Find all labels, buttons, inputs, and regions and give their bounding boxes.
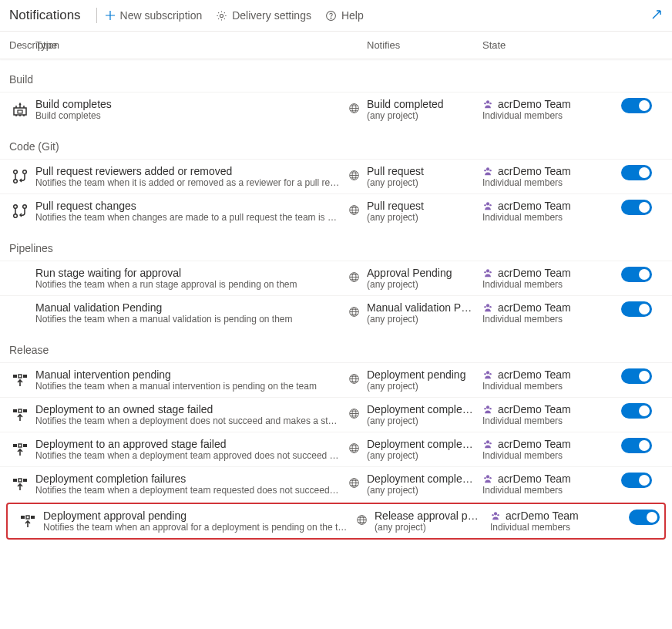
team-name: acrDemo Team — [498, 267, 571, 279]
plus-icon — [105, 10, 116, 21]
description-cell: Manual validation Pending Notifies the t… — [35, 301, 367, 325]
help-icon — [325, 10, 337, 22]
state-cell — [621, 403, 667, 419]
team-name: acrDemo Team — [498, 368, 571, 381]
notify-title: acrDemo Team — [482, 165, 621, 177]
type-title: Build completed — [367, 98, 475, 110]
header-description[interactable]: Description — [5, 39, 35, 51]
team-avatar-icon — [482, 369, 493, 380]
section-header: Build — [0, 59, 672, 92]
row-subtitle: Notifies the team when a manual interven… — [35, 381, 340, 392]
type-sub: (any project) — [367, 485, 482, 496]
globe-icon — [348, 271, 360, 285]
notify-sub: Individual members — [482, 381, 621, 392]
state-toggle[interactable] — [621, 165, 652, 180]
state-toggle[interactable] — [621, 368, 652, 384]
notifies-cell: acrDemo Team Individual members — [490, 510, 629, 533]
state-cell — [621, 473, 667, 488]
state-toggle[interactable] — [621, 403, 652, 419]
help-button[interactable]: Help — [325, 9, 364, 22]
svg-point-0 — [220, 14, 223, 17]
state-toggle[interactable] — [621, 98, 652, 113]
row-title[interactable]: Pull request changes — [35, 200, 351, 212]
type-title: Manual validation Pe… — [367, 301, 475, 314]
type-cell: Deployment comple… (any project) — [367, 438, 482, 461]
notification-row[interactable]: Manual validation Pending Notifies the t… — [0, 295, 672, 330]
state-toggle[interactable] — [621, 473, 652, 488]
notification-row[interactable]: Deployment to an approved stage failed N… — [0, 432, 672, 466]
new-subscription-button[interactable]: New subscription — [105, 9, 203, 22]
notification-row[interactable]: Manual intervention pending Notifies the… — [0, 362, 672, 397]
state-toggle[interactable] — [621, 301, 652, 317]
state-toggle[interactable] — [629, 510, 660, 525]
notification-row[interactable]: Deployment to an owned stage failed Noti… — [0, 397, 672, 432]
description-cell: Deployment to an approved stage failed N… — [35, 438, 367, 461]
pullrequest-icon — [11, 167, 29, 186]
globe-icon — [348, 373, 360, 387]
row-title[interactable]: Deployment to an owned stage failed — [35, 403, 351, 415]
type-sub: (any project) — [367, 110, 482, 121]
header-state[interactable]: State — [482, 39, 621, 51]
type-cell: Build completed (any project) — [367, 98, 482, 121]
state-cell — [621, 301, 667, 317]
row-icon-cell — [12, 510, 43, 530]
notifies-cell: acrDemo Team Individual members — [482, 267, 621, 290]
team-avatar-icon — [482, 302, 493, 313]
globe-icon — [348, 204, 360, 218]
type-sub: (any project) — [367, 381, 482, 392]
type-title: Deployment comple… — [367, 473, 475, 485]
team-avatar-icon — [482, 267, 493, 278]
notification-row[interactable]: Deployment approval pending Notifies the… — [8, 504, 664, 538]
notify-title: acrDemo Team — [490, 510, 629, 522]
state-toggle[interactable] — [621, 267, 652, 282]
type-sub: (any project) — [367, 177, 482, 188]
row-subtitle: Notifies the team when changes are made … — [35, 212, 340, 223]
team-avatar-icon — [482, 439, 493, 449]
notification-row[interactable]: Build completes Build completes Build co… — [0, 92, 672, 126]
row-title[interactable]: Run stage waiting for approval — [35, 267, 351, 279]
notifies-cell: acrDemo Team Individual members — [482, 403, 621, 426]
state-toggle[interactable] — [621, 438, 652, 453]
row-title[interactable]: Deployment to an approved stage failed — [35, 438, 351, 450]
section-header: Pipelines — [0, 228, 672, 261]
notification-row[interactable]: Deployment completion failures Notifies … — [0, 466, 672, 501]
notification-row[interactable]: Run stage waiting for approval Notifies … — [0, 261, 672, 295]
notifies-cell: acrDemo Team Individual members — [482, 200, 621, 223]
delivery-settings-button[interactable]: Delivery settings — [216, 9, 311, 22]
row-subtitle: Notifies the team when a manual validati… — [35, 314, 340, 325]
notify-title: acrDemo Team — [482, 368, 621, 381]
type-cell: Manual validation Pe… (any project) — [367, 301, 482, 325]
row-subtitle: Notifies the team when a deployment does… — [35, 415, 340, 426]
state-toggle[interactable] — [621, 200, 652, 215]
delivery-settings-label: Delivery settings — [232, 9, 311, 22]
description-cell: Deployment approval pending Notifies the… — [43, 510, 375, 533]
type-title: Approval Pending — [367, 267, 475, 279]
type-title: Deployment comple… — [367, 438, 475, 450]
type-cell: Approval Pending (any project) — [367, 267, 482, 290]
notification-row[interactable]: Pull request changes Notifies the team w… — [0, 193, 672, 228]
state-cell — [621, 165, 667, 180]
notify-title: acrDemo Team — [482, 267, 621, 279]
row-title[interactable]: Deployment completion failures — [35, 473, 351, 485]
type-cell: Deployment comple… (any project) — [367, 473, 482, 496]
fullscreen-button[interactable] — [650, 8, 663, 23]
row-icon-cell — [5, 301, 35, 304]
row-icon-cell — [5, 98, 35, 119]
type-cell: Pull request (any project) — [367, 200, 482, 223]
release-icon — [18, 512, 37, 530]
row-title[interactable]: Pull request reviewers added or removed — [35, 165, 351, 177]
header-notifies[interactable]: Notifies — [367, 39, 482, 51]
team-avatar-icon — [482, 99, 493, 109]
row-subtitle: Notifies the team when a deployment team… — [35, 450, 340, 461]
notifications-list: Build Build completes Build completes Bu… — [0, 59, 672, 540]
notify-title: acrDemo Team — [482, 301, 621, 314]
header-type[interactable]: Type — [35, 39, 367, 51]
row-title[interactable]: Manual intervention pending — [35, 368, 351, 381]
row-title[interactable]: Deployment approval pending — [43, 510, 359, 522]
release-icon — [11, 440, 29, 459]
row-title[interactable]: Manual validation Pending — [35, 301, 351, 314]
notification-row[interactable]: Pull request reviewers added or removed … — [0, 159, 672, 193]
row-title[interactable]: Build completes — [35, 98, 351, 110]
team-name: acrDemo Team — [498, 200, 571, 212]
notifies-cell: acrDemo Team Individual members — [482, 438, 621, 461]
